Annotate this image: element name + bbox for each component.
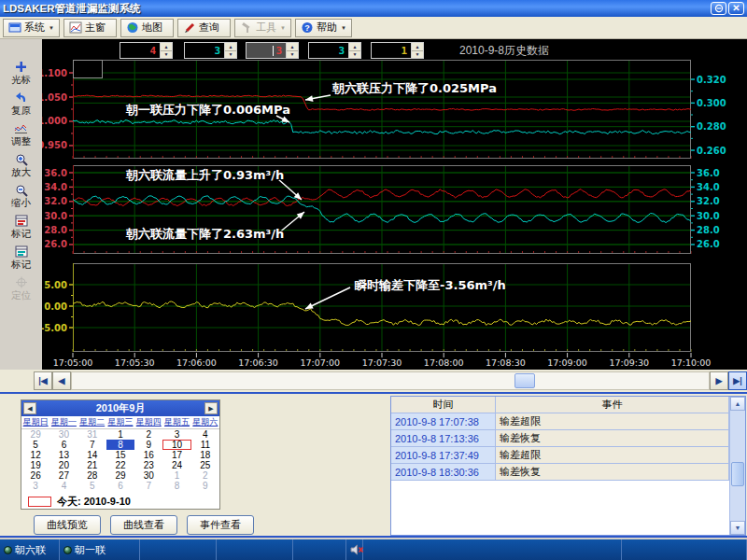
- event-row[interactable]: 2010-9-8 17:13:36输差恢复: [391, 430, 729, 447]
- calendar-day[interactable]: 7: [134, 481, 162, 491]
- calendar-day[interactable]: 27: [49, 470, 78, 481]
- weekday-label[interactable]: 星期二: [78, 416, 106, 428]
- calendar-day[interactable]: 20: [49, 460, 78, 470]
- spinner-up-icon[interactable]: ▲: [225, 43, 236, 51]
- calendar-day[interactable]: 9: [191, 481, 219, 491]
- tool-restore[interactable]: 复原: [0, 91, 42, 119]
- tool-zoom-out[interactable]: 缩小: [0, 183, 42, 212]
- calendar-day[interactable]: 30: [134, 470, 162, 481]
- calendar-day[interactable]: 5: [21, 440, 49, 450]
- calendar-day[interactable]: 29: [21, 429, 49, 440]
- tool-zoom-in[interactable]: 放大: [0, 152, 42, 181]
- calendar-day[interactable]: 18: [191, 450, 219, 460]
- calendar-day[interactable]: 26: [21, 470, 49, 481]
- scroll-track[interactable]: [71, 371, 710, 390]
- weekday-label[interactable]: 星期日: [21, 416, 49, 428]
- calendar-day[interactable]: 21: [78, 460, 106, 470]
- station-tab-2[interactable]: 朝一联: [60, 539, 140, 560]
- calendar-day-selected[interactable]: 8: [106, 440, 134, 450]
- spinner-down-icon[interactable]: ▼: [287, 51, 298, 59]
- tool-adjust[interactable]: 调整: [0, 121, 42, 150]
- calendar-day[interactable]: 22: [106, 460, 134, 470]
- weekday-label[interactable]: 星期三: [106, 416, 134, 428]
- spinner-up-icon[interactable]: ▲: [161, 43, 172, 51]
- calendar-day[interactable]: 5: [78, 481, 106, 491]
- titlebar-theta-icon[interactable]: [711, 2, 726, 15]
- spinner-down-icon[interactable]: ▼: [161, 51, 172, 59]
- menu-system-button[interactable]: 系统▼: [3, 19, 60, 37]
- muted-speaker-icon[interactable]: [350, 544, 364, 555]
- calendar-day[interactable]: 31: [78, 429, 106, 440]
- channel-spinner-3[interactable]: 3▲▼: [246, 42, 299, 59]
- calendar-day[interactable]: 4: [191, 429, 219, 440]
- scroll-thumb[interactable]: [514, 373, 535, 388]
- tool-mark-2[interactable]: 标记: [0, 245, 42, 273]
- calendar-prev-icon[interactable]: ◀: [23, 402, 36, 414]
- today-label[interactable]: 今天: 2010-9-10: [57, 495, 131, 509]
- calendar-day[interactable]: 3: [162, 429, 190, 440]
- spinner-down-icon[interactable]: ▼: [349, 51, 360, 59]
- events-scroll-thumb[interactable]: [731, 462, 744, 486]
- channel-spinner-1[interactable]: 4▲▼: [120, 42, 173, 59]
- calendar-day[interactable]: 23: [134, 460, 162, 470]
- calendar-day[interactable]: 9: [134, 440, 162, 450]
- calendar-day[interactable]: 3: [21, 481, 49, 491]
- weekday-label[interactable]: 星期六: [191, 416, 219, 428]
- calendar-day[interactable]: 1: [106, 429, 134, 440]
- station-tab-1[interactable]: 朝六联: [0, 539, 60, 560]
- menu-main-window-button[interactable]: 主窗: [63, 19, 117, 37]
- curve-preview-button[interactable]: 曲线预览: [34, 515, 101, 535]
- calendar-day[interactable]: 14: [78, 450, 106, 460]
- calendar-day[interactable]: 12: [21, 450, 49, 460]
- calendar-next-icon[interactable]: ▶: [204, 402, 218, 414]
- spinner-down-icon[interactable]: ▼: [412, 51, 423, 59]
- calendar-day-today[interactable]: 10: [162, 440, 190, 450]
- weekday-label[interactable]: 星期五: [162, 416, 190, 428]
- menu-map-button[interactable]: 地图: [120, 19, 174, 37]
- spinner-up-icon[interactable]: ▲: [349, 43, 360, 51]
- events-scrollbar[interactable]: ▲ ▼: [729, 397, 745, 535]
- curve-view-button[interactable]: 曲线查看: [110, 515, 177, 535]
- calendar-day[interactable]: 11: [191, 440, 219, 450]
- calendar-day[interactable]: 6: [49, 440, 78, 450]
- weekday-label[interactable]: 星期四: [134, 416, 162, 428]
- calendar-day[interactable]: 4: [49, 481, 78, 491]
- tool-cursor[interactable]: 光标: [0, 60, 42, 89]
- calendar-day[interactable]: 28: [78, 470, 106, 481]
- calendar-day[interactable]: 16: [134, 450, 162, 460]
- weekday-label[interactable]: 星期一: [49, 416, 78, 428]
- event-row[interactable]: 2010-9-8 17:07:38输差超限: [391, 413, 729, 430]
- calendar-day[interactable]: 25: [191, 460, 219, 470]
- channel-spinner-4[interactable]: 3▲▼: [308, 42, 361, 59]
- calendar-day[interactable]: 19: [21, 460, 49, 470]
- calendar-day[interactable]: 6: [106, 481, 134, 491]
- calendar-day[interactable]: 29: [106, 470, 134, 481]
- spinner-up-icon[interactable]: ▲: [412, 43, 423, 51]
- calendar-day[interactable]: 17: [162, 450, 190, 460]
- calendar-day[interactable]: 7: [78, 440, 106, 450]
- calendar-day[interactable]: 30: [49, 429, 78, 440]
- events-scroll-up-icon[interactable]: ▲: [730, 397, 745, 411]
- menu-query-button[interactable]: 查询: [177, 19, 231, 37]
- spinner-down-icon[interactable]: ▼: [225, 51, 236, 59]
- scroll-skip-start-icon[interactable]: |◀: [34, 371, 52, 390]
- calendar-day[interactable]: 2: [191, 470, 219, 481]
- event-row[interactable]: 2010-9-8 18:30:36输差恢复: [391, 464, 729, 481]
- calendar-day[interactable]: 24: [162, 460, 190, 470]
- menu-help-button[interactable]: ?帮助▼: [295, 19, 352, 37]
- spinner-up-icon[interactable]: ▲: [287, 43, 298, 51]
- calendar-day[interactable]: 15: [106, 450, 134, 460]
- calendar-day[interactable]: 13: [49, 450, 78, 460]
- calendar-day[interactable]: 1: [162, 470, 190, 481]
- calendar-day[interactable]: 8: [162, 481, 190, 491]
- scroll-step-left-icon[interactable]: ◀: [52, 371, 71, 390]
- channel-spinner-2[interactable]: 3▲▼: [184, 42, 237, 59]
- calendar-day[interactable]: 2: [134, 429, 162, 440]
- event-row[interactable]: 2010-9-8 17:37:49输差超限: [391, 447, 729, 464]
- scroll-step-right-icon[interactable]: ▶: [710, 371, 728, 390]
- channel-spinner-5[interactable]: 1▲▼: [371, 42, 424, 59]
- event-view-button[interactable]: 事件查看: [187, 515, 254, 535]
- close-icon[interactable]: ✕: [728, 2, 744, 15]
- events-scroll-down-icon[interactable]: ▼: [730, 521, 745, 535]
- scroll-skip-end-icon[interactable]: ▶|: [728, 371, 747, 390]
